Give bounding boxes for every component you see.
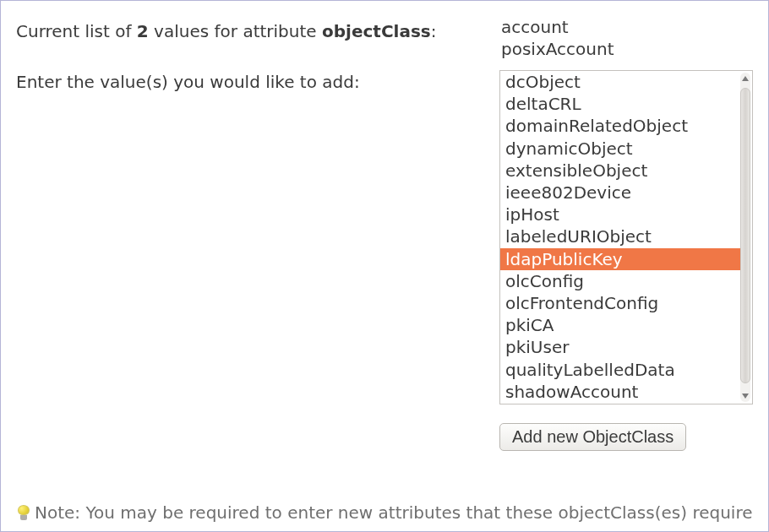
scrollbar[interactable]	[740, 73, 750, 402]
list-item[interactable]: shadowAccount	[505, 381, 740, 403]
list-item[interactable]: qualityLabelledData	[505, 359, 740, 381]
list-item[interactable]: labeledURIObject	[505, 225, 740, 247]
text-fragment: :	[431, 21, 437, 41]
text-fragment: Current list of	[16, 21, 137, 41]
current-values-label: Current list of 2 values for attribute o…	[16, 21, 466, 41]
add-objectclass-button[interactable]: Add new ObjectClass	[499, 423, 686, 451]
list-item[interactable]: domainRelatedObject	[505, 115, 740, 137]
attribute-name: objectClass	[322, 21, 431, 41]
list-item[interactable]: pkiCA	[505, 314, 740, 336]
current-value-item: posixAccount	[501, 38, 753, 60]
objectclass-listbox[interactable]: dcObjectdeltaCRLdomainRelatedObjectdynam…	[499, 70, 753, 404]
list-item[interactable]: ipHost	[505, 204, 740, 225]
list-item[interactable]: dcObject	[505, 71, 740, 93]
note-text: Note: You may be required to enter new a…	[35, 502, 752, 523]
lightbulb-icon	[16, 505, 31, 520]
enter-values-label: Enter the value(s) you would like to add…	[16, 72, 466, 92]
scroll-down-icon[interactable]	[740, 390, 750, 402]
list-item[interactable]: olcFrontendConfig	[505, 292, 740, 314]
list-item[interactable]: olcConfig	[505, 270, 740, 292]
list-item[interactable]: dynamicObject	[505, 138, 740, 160]
list-item[interactable]: extensibleObject	[505, 160, 740, 182]
left-column: Current list of 2 values for attribute o…	[16, 16, 466, 486]
list-item[interactable]: pkiUser	[505, 336, 740, 358]
text-fragment: values for attribute	[149, 21, 322, 41]
right-column: accountposixAccount dcObjectdeltaCRLdoma…	[499, 16, 753, 486]
list-item[interactable]: ieee802Device	[505, 182, 740, 204]
value-count: 2	[137, 21, 149, 41]
scroll-thumb[interactable]	[740, 88, 750, 383]
current-values-list: accountposixAccount	[499, 16, 753, 60]
scroll-up-icon[interactable]	[740, 73, 750, 84]
list-item[interactable]: ldapPublicKey	[500, 248, 740, 270]
list-item[interactable]: deltaCRL	[505, 93, 740, 115]
current-value-item: account	[501, 16, 753, 38]
note-row: Note: You may be required to enter new a…	[16, 502, 753, 523]
